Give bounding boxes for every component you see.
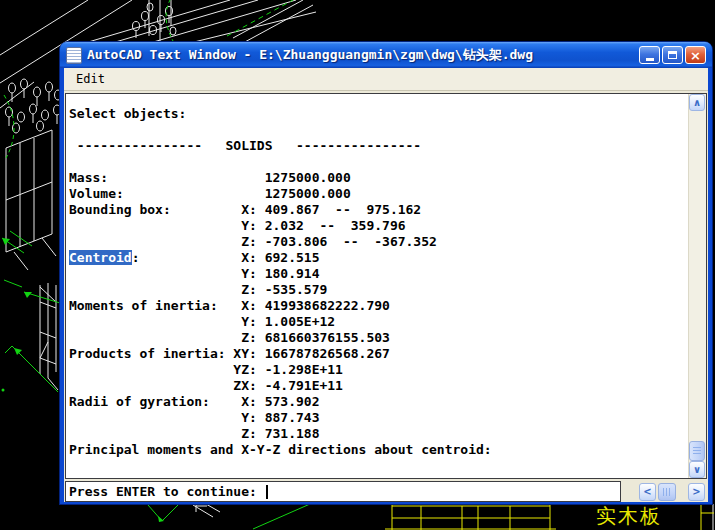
chevron-left-icon: < <box>643 486 651 497</box>
console-line: Products of inertia: XY: 166787826568.26… <box>69 346 688 362</box>
minimize-button[interactable] <box>639 46 660 64</box>
scroll-left-button[interactable]: < <box>639 483 656 501</box>
console-line: Z: -703.806 -- -367.352 <box>69 234 688 250</box>
scroll-down-button[interactable]: ∨ <box>689 461 705 478</box>
vertical-scroll-thumb[interactable] <box>689 441 705 461</box>
thumb-grip-icon <box>663 488 671 496</box>
command-input-line[interactable]: Press ENTER to continue: <box>65 481 621 502</box>
console-line: Bounding box: X: 409.867 -- 975.162 <box>69 202 688 218</box>
console-line: Centroid: X: 692.515 <box>69 250 688 266</box>
text-cursor <box>266 485 268 499</box>
command-input-row: Press ENTER to continue: < > <box>65 481 707 502</box>
prompt-text: Press ENTER to continue: <box>69 484 265 499</box>
window-icon <box>66 47 82 64</box>
menu-item-edit[interactable]: Edit <box>72 71 109 87</box>
console-line: Radii of gyration: X: 573.902 <box>69 394 688 410</box>
console-line <box>69 154 688 170</box>
console-line: Z: -535.579 <box>69 282 688 298</box>
console-line: Z: 681660376155.503 <box>69 330 688 346</box>
console-line: Principal moments and X-Y-Z directions a… <box>69 442 688 458</box>
console-line: Moments of inertia: X: 419938682222.790 <box>69 298 688 314</box>
console-line: Y: 2.032 -- 359.796 <box>69 218 688 234</box>
console-line: YZ: -1.298E+11 <box>69 362 688 378</box>
autocad-text-window: AutoCAD Text Window - E:\Zhuangguangmin\… <box>60 42 712 504</box>
vertical-scrollbar[interactable]: ∧ ∨ <box>688 94 706 478</box>
chevron-down-icon: ∨ <box>693 464 701 475</box>
window-title: AutoCAD Text Window - E:\Zhuangguangmin\… <box>87 46 635 64</box>
console-line: Y: 1.005E+12 <box>69 314 688 330</box>
console-output-area: Select objects: ---------------- SOLIDS … <box>65 93 707 479</box>
chevron-right-icon: > <box>692 486 700 497</box>
console-line <box>69 122 688 138</box>
menu-bar: Edit <box>64 68 708 91</box>
drawing-label: 实木板 <box>596 503 662 530</box>
console-line: Select objects: <box>69 106 688 122</box>
close-icon: × <box>690 49 701 62</box>
minimize-icon <box>646 58 654 61</box>
console-line: ZX: -4.791E+11 <box>69 378 688 394</box>
console-line: Z: 731.188 <box>69 426 688 442</box>
console-line: Volume: 1275000.000 <box>69 186 688 202</box>
maximize-icon <box>668 51 677 59</box>
console-text[interactable]: Select objects: ---------------- SOLIDS … <box>66 94 688 478</box>
title-bar[interactable]: AutoCAD Text Window - E:\Zhuangguangmin\… <box>60 42 712 68</box>
client-area: Select objects: ---------------- SOLIDS … <box>64 91 708 502</box>
close-button[interactable]: × <box>685 46 706 64</box>
console-line: Y: 887.743 <box>69 410 688 426</box>
thumb-grip-icon <box>693 447 701 455</box>
console-line: Mass: 1275000.000 <box>69 170 688 186</box>
maximize-button[interactable] <box>662 46 683 64</box>
vertical-scroll-track[interactable] <box>689 111 706 461</box>
chevron-up-icon: ∧ <box>693 97 701 108</box>
horizontal-scroll-thumb[interactable] <box>658 483 676 501</box>
horizontal-scrollbar[interactable]: < > <box>639 481 705 502</box>
console-line: ---------------- SOLIDS ---------------- <box>69 138 688 154</box>
selected-text: Centroid <box>69 250 132 265</box>
scroll-up-button[interactable]: ∧ <box>689 94 705 111</box>
scroll-right-button[interactable]: > <box>688 483 705 501</box>
console-line: Y: 180.914 <box>69 266 688 282</box>
